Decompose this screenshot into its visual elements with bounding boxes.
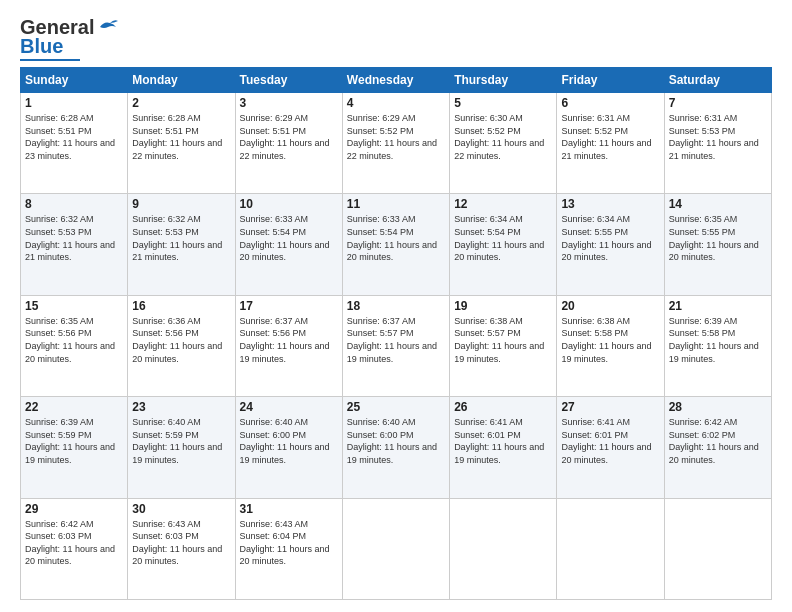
calendar-day-cell — [664, 498, 771, 599]
day-info: Sunrise: 6:43 AM Sunset: 6:03 PM Dayligh… — [132, 518, 230, 568]
calendar-day-cell: 4 Sunrise: 6:29 AM Sunset: 5:52 PM Dayli… — [342, 93, 449, 194]
day-number: 5 — [454, 96, 552, 110]
calendar-week-row: 29 Sunrise: 6:42 AM Sunset: 6:03 PM Dayl… — [21, 498, 772, 599]
day-info: Sunrise: 6:33 AM Sunset: 5:54 PM Dayligh… — [347, 213, 445, 263]
calendar-day-cell: 26 Sunrise: 6:41 AM Sunset: 6:01 PM Dayl… — [450, 397, 557, 498]
calendar-day-cell: 12 Sunrise: 6:34 AM Sunset: 5:54 PM Dayl… — [450, 194, 557, 295]
day-number: 22 — [25, 400, 123, 414]
calendar-day-cell: 25 Sunrise: 6:40 AM Sunset: 6:00 PM Dayl… — [342, 397, 449, 498]
calendar-day-cell — [342, 498, 449, 599]
calendar-day-cell: 18 Sunrise: 6:37 AM Sunset: 5:57 PM Dayl… — [342, 295, 449, 396]
day-number: 2 — [132, 96, 230, 110]
calendar-day-cell: 23 Sunrise: 6:40 AM Sunset: 5:59 PM Dayl… — [128, 397, 235, 498]
day-number: 15 — [25, 299, 123, 313]
day-info: Sunrise: 6:32 AM Sunset: 5:53 PM Dayligh… — [25, 213, 123, 263]
day-info: Sunrise: 6:34 AM Sunset: 5:55 PM Dayligh… — [561, 213, 659, 263]
day-number: 4 — [347, 96, 445, 110]
calendar-day-cell: 17 Sunrise: 6:37 AM Sunset: 5:56 PM Dayl… — [235, 295, 342, 396]
day-info: Sunrise: 6:35 AM Sunset: 5:55 PM Dayligh… — [669, 213, 767, 263]
calendar-day-cell: 15 Sunrise: 6:35 AM Sunset: 5:56 PM Dayl… — [21, 295, 128, 396]
day-info: Sunrise: 6:37 AM Sunset: 5:57 PM Dayligh… — [347, 315, 445, 365]
day-info: Sunrise: 6:28 AM Sunset: 5:51 PM Dayligh… — [25, 112, 123, 162]
page: General Blue SundayMondayTuesdayWednesda… — [0, 0, 792, 612]
day-info: Sunrise: 6:31 AM Sunset: 5:53 PM Dayligh… — [669, 112, 767, 162]
day-number: 9 — [132, 197, 230, 211]
calendar-day-cell: 9 Sunrise: 6:32 AM Sunset: 5:53 PM Dayli… — [128, 194, 235, 295]
calendar-day-cell: 24 Sunrise: 6:40 AM Sunset: 6:00 PM Dayl… — [235, 397, 342, 498]
calendar-day-cell: 7 Sunrise: 6:31 AM Sunset: 5:53 PM Dayli… — [664, 93, 771, 194]
calendar-day-cell: 8 Sunrise: 6:32 AM Sunset: 5:53 PM Dayli… — [21, 194, 128, 295]
day-number: 10 — [240, 197, 338, 211]
day-number: 8 — [25, 197, 123, 211]
day-info: Sunrise: 6:41 AM Sunset: 6:01 PM Dayligh… — [561, 416, 659, 466]
day-of-week-header: Tuesday — [235, 68, 342, 93]
calendar-day-cell: 10 Sunrise: 6:33 AM Sunset: 5:54 PM Dayl… — [235, 194, 342, 295]
day-info: Sunrise: 6:37 AM Sunset: 5:56 PM Dayligh… — [240, 315, 338, 365]
calendar-day-cell: 21 Sunrise: 6:39 AM Sunset: 5:58 PM Dayl… — [664, 295, 771, 396]
calendar-day-cell: 20 Sunrise: 6:38 AM Sunset: 5:58 PM Dayl… — [557, 295, 664, 396]
day-info: Sunrise: 6:38 AM Sunset: 5:57 PM Dayligh… — [454, 315, 552, 365]
day-info: Sunrise: 6:42 AM Sunset: 6:03 PM Dayligh… — [25, 518, 123, 568]
day-number: 24 — [240, 400, 338, 414]
day-info: Sunrise: 6:30 AM Sunset: 5:52 PM Dayligh… — [454, 112, 552, 162]
day-of-week-header: Wednesday — [342, 68, 449, 93]
day-info: Sunrise: 6:42 AM Sunset: 6:02 PM Dayligh… — [669, 416, 767, 466]
calendar-day-cell: 30 Sunrise: 6:43 AM Sunset: 6:03 PM Dayl… — [128, 498, 235, 599]
calendar-day-cell: 16 Sunrise: 6:36 AM Sunset: 5:56 PM Dayl… — [128, 295, 235, 396]
calendar-day-cell: 11 Sunrise: 6:33 AM Sunset: 5:54 PM Dayl… — [342, 194, 449, 295]
day-number: 1 — [25, 96, 123, 110]
logo-blue: Blue — [20, 35, 63, 57]
day-number: 23 — [132, 400, 230, 414]
day-number: 13 — [561, 197, 659, 211]
day-number: 12 — [454, 197, 552, 211]
day-number: 11 — [347, 197, 445, 211]
day-number: 29 — [25, 502, 123, 516]
day-info: Sunrise: 6:29 AM Sunset: 5:52 PM Dayligh… — [347, 112, 445, 162]
day-info: Sunrise: 6:40 AM Sunset: 6:00 PM Dayligh… — [347, 416, 445, 466]
day-number: 3 — [240, 96, 338, 110]
day-number: 18 — [347, 299, 445, 313]
calendar-day-cell: 31 Sunrise: 6:43 AM Sunset: 6:04 PM Dayl… — [235, 498, 342, 599]
day-info: Sunrise: 6:40 AM Sunset: 5:59 PM Dayligh… — [132, 416, 230, 466]
day-info: Sunrise: 6:40 AM Sunset: 6:00 PM Dayligh… — [240, 416, 338, 466]
day-number: 14 — [669, 197, 767, 211]
day-of-week-header: Sunday — [21, 68, 128, 93]
day-info: Sunrise: 6:41 AM Sunset: 6:01 PM Dayligh… — [454, 416, 552, 466]
day-info: Sunrise: 6:35 AM Sunset: 5:56 PM Dayligh… — [25, 315, 123, 365]
day-number: 19 — [454, 299, 552, 313]
day-of-week-header: Saturday — [664, 68, 771, 93]
day-number: 27 — [561, 400, 659, 414]
calendar-day-cell: 2 Sunrise: 6:28 AM Sunset: 5:51 PM Dayli… — [128, 93, 235, 194]
day-number: 17 — [240, 299, 338, 313]
calendar-day-cell: 22 Sunrise: 6:39 AM Sunset: 5:59 PM Dayl… — [21, 397, 128, 498]
day-number: 21 — [669, 299, 767, 313]
day-number: 20 — [561, 299, 659, 313]
day-info: Sunrise: 6:38 AM Sunset: 5:58 PM Dayligh… — [561, 315, 659, 365]
calendar-week-row: 15 Sunrise: 6:35 AM Sunset: 5:56 PM Dayl… — [21, 295, 772, 396]
day-info: Sunrise: 6:34 AM Sunset: 5:54 PM Dayligh… — [454, 213, 552, 263]
day-info: Sunrise: 6:32 AM Sunset: 5:53 PM Dayligh… — [132, 213, 230, 263]
day-info: Sunrise: 6:31 AM Sunset: 5:52 PM Dayligh… — [561, 112, 659, 162]
day-number: 16 — [132, 299, 230, 313]
day-of-week-header: Friday — [557, 68, 664, 93]
calendar-day-cell: 29 Sunrise: 6:42 AM Sunset: 6:03 PM Dayl… — [21, 498, 128, 599]
header: General Blue — [20, 16, 772, 61]
days-of-week-row: SundayMondayTuesdayWednesdayThursdayFrid… — [21, 68, 772, 93]
calendar-day-cell: 19 Sunrise: 6:38 AM Sunset: 5:57 PM Dayl… — [450, 295, 557, 396]
logo-underline — [20, 59, 80, 61]
logo-bird-icon — [96, 19, 118, 35]
calendar-day-cell — [557, 498, 664, 599]
day-number: 31 — [240, 502, 338, 516]
calendar-body: 1 Sunrise: 6:28 AM Sunset: 5:51 PM Dayli… — [21, 93, 772, 600]
day-number: 7 — [669, 96, 767, 110]
day-of-week-header: Monday — [128, 68, 235, 93]
day-number: 30 — [132, 502, 230, 516]
day-number: 25 — [347, 400, 445, 414]
day-info: Sunrise: 6:36 AM Sunset: 5:56 PM Dayligh… — [132, 315, 230, 365]
calendar-day-cell: 5 Sunrise: 6:30 AM Sunset: 5:52 PM Dayli… — [450, 93, 557, 194]
day-info: Sunrise: 6:29 AM Sunset: 5:51 PM Dayligh… — [240, 112, 338, 162]
calendar-table: SundayMondayTuesdayWednesdayThursdayFrid… — [20, 67, 772, 600]
calendar-day-cell: 14 Sunrise: 6:35 AM Sunset: 5:55 PM Dayl… — [664, 194, 771, 295]
day-info: Sunrise: 6:39 AM Sunset: 5:58 PM Dayligh… — [669, 315, 767, 365]
day-info: Sunrise: 6:28 AM Sunset: 5:51 PM Dayligh… — [132, 112, 230, 162]
